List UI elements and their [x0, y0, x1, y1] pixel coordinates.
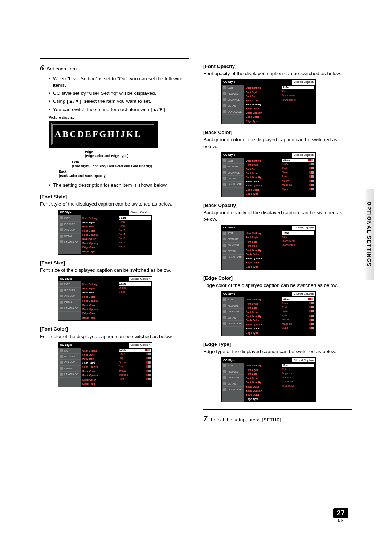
osd-option: Magenta [119, 373, 151, 377]
section-heading: [Back Opacity] [203, 202, 352, 209]
osd-menu-item: Edge Type [246, 192, 279, 196]
osd-badge: Closed Caption [128, 210, 152, 215]
osd-menu-item: Font Style [82, 287, 116, 291]
osd-menu-item: User Setting [82, 216, 116, 220]
osd-menu-item: Back Color [82, 303, 116, 307]
section-description: Background color of the displayed captio… [203, 137, 352, 150]
osd-left-tab: DETAIL [222, 381, 244, 387]
osd-left-tab: CHANNEL [58, 227, 81, 233]
osd-option: Cyan [282, 187, 314, 191]
section-heading: [Edge Color] [203, 275, 352, 281]
osd-option: Solid [282, 231, 314, 235]
step-6: 6 Set each item. [40, 62, 189, 73]
section-heading: [Font Size] [40, 260, 189, 266]
osd-badge: Closed Caption [292, 291, 315, 297]
osd-menu-item: Font Opacity [82, 233, 116, 237]
osd-option: None [282, 364, 314, 367]
osd-option: Font3 [119, 228, 151, 232]
osd-menu-item: Font Size [246, 240, 279, 244]
osd-menu-item: Edge Color [246, 393, 279, 397]
osd-menu-item: Back Color [246, 318, 279, 322]
step-number: 7 [203, 414, 207, 423]
osd-left-tab: PICTURE [222, 303, 244, 309]
osd-option: White [282, 159, 314, 162]
osd-option: Font2 [119, 224, 151, 228]
osd-left-tab: PICTURE [222, 91, 244, 97]
osd-option: Red [119, 356, 151, 360]
osd-option: Uniform [282, 376, 314, 380]
section-heading: [Back Color] [203, 129, 352, 136]
osd-left-tab: LANGUAGE [58, 372, 81, 377]
osd-option: Cyan [119, 377, 151, 381]
osd-option: Blue [282, 174, 314, 178]
osd-option: Translucent [282, 239, 314, 243]
page-lang: EN [333, 518, 348, 522]
osd-left-tab: EXIT [58, 281, 81, 287]
osd-menu-item: Edge Color [82, 245, 116, 249]
osd-left-tab: EXIT [222, 297, 244, 303]
osd-menu-item: User Setting [246, 297, 279, 301]
osd-menu-item: Edge Color [246, 327, 279, 331]
osd-menu-item: Back Color [246, 252, 279, 256]
osd-option: Black [119, 352, 151, 356]
osd-left-tab: LANGUAGE [222, 109, 244, 115]
osd-menu-item: Font Color [82, 361, 116, 365]
osd-left-tab: LANGUAGE [222, 387, 244, 393]
osd-left-tab: DETAIL [58, 366, 81, 372]
osd-left-tab: LANGUAGE [222, 182, 244, 187]
osd-left-tab: CHANNEL [222, 97, 244, 103]
osd-left-tab: LANGUAGE [58, 305, 81, 311]
page-number-block: 27 EN [333, 508, 348, 522]
osd-option: Font6 [119, 240, 151, 244]
osd-left-tab: LANGUAGE [58, 239, 81, 245]
osd-menu-item: User Setting [246, 159, 279, 163]
osd-menu-item: Font Size [82, 357, 116, 361]
section-description: Background opacity of the displayed capt… [203, 210, 352, 223]
osd-menu-item: Back Color [246, 179, 279, 183]
osd-menu-item: Font Style [246, 368, 279, 372]
osd-left-tab: CHANNEL [222, 309, 244, 315]
osd-menu-item: Font Color [246, 376, 279, 380]
osd-left-tab: DETAIL [222, 103, 244, 109]
osd-left-tab: EXIT [222, 85, 244, 91]
osd-option: Flash [282, 89, 314, 93]
osd-option: Font0 [119, 216, 151, 219]
bullet-item: When "User Setting" is set to "On", you … [49, 76, 189, 89]
osd-title: CC Style [58, 210, 128, 215]
osd-menu-item: Back Opacity [82, 373, 116, 377]
osd-screenshot: CC StyleClosed CaptionEXITPICTURECHANNEL… [58, 342, 152, 387]
label-edge: Edge (Edge Color and Edge Type) [85, 150, 189, 158]
osd-menu-item: Back Opacity [82, 241, 116, 245]
osd-menu-item: Font Size [82, 224, 116, 228]
osd-option: Yellow [119, 369, 151, 373]
osd-menu-item: Font Color [246, 171, 279, 175]
osd-menu-item: Edge Type [246, 119, 279, 123]
osd-left-tab: EXIT [58, 215, 81, 221]
osd-menu-item: Edge Color [82, 378, 116, 382]
osd-left-tab: CHANNEL [58, 293, 81, 299]
osd-option: L.Shadow [282, 380, 314, 384]
bullet-item: You can switch the setting for each item… [49, 106, 189, 113]
osd-badge: Closed Caption [128, 276, 152, 282]
osd-option: Small [119, 290, 151, 294]
osd-menu-item: Edge Type [246, 331, 279, 335]
osd-left-tab: EXIT [222, 158, 244, 164]
osd-menu-item: Edge Type [82, 316, 116, 320]
osd-menu-item: Font Opacity [246, 175, 279, 179]
osd-menu-item: Back Color [246, 385, 279, 389]
osd-left-tab: DETAIL [58, 300, 81, 305]
osd-menu-item: Font Opacity [82, 365, 116, 369]
step6-bullets: When "User Setting" is set to "On", you … [40, 76, 189, 113]
osd-left-tab: CHANNEL [222, 375, 244, 381]
osd-option: Transparent [282, 98, 314, 102]
osd-menu-item: Back Opacity [82, 307, 116, 311]
osd-left-tab: DETAIL [222, 315, 244, 321]
osd-menu-item: Font Opacity [246, 248, 279, 252]
osd-option: Depressed [282, 371, 314, 375]
osd-menu-item: Font Color [246, 98, 279, 102]
osd-title: CC Style [58, 276, 128, 282]
osd-menu-item: Font Opacity [246, 102, 279, 106]
osd-left-tab: LANGUAGE [222, 321, 244, 327]
osd-menu-item: Font Opacity [82, 299, 116, 303]
section-description: Font opacity of the displayed caption ca… [203, 70, 352, 77]
